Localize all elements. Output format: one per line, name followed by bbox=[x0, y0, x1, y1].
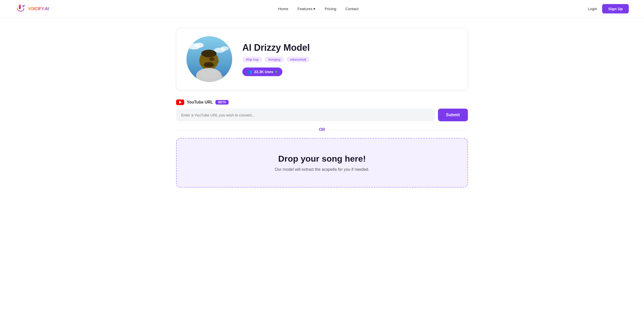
svg-point-14 bbox=[201, 50, 216, 57]
online-dot bbox=[275, 71, 277, 73]
model-info: AI Drizzy Model #hip hop #singing #dance… bbox=[242, 42, 457, 76]
or-divider: OR bbox=[176, 127, 468, 132]
model-tags: #hip hop #singing #dancehall bbox=[242, 57, 457, 62]
svg-point-3 bbox=[22, 5, 24, 7]
svg-point-8 bbox=[195, 43, 204, 48]
login-button[interactable]: Login bbox=[588, 7, 597, 11]
nav-pricing[interactable]: Pricing bbox=[325, 7, 336, 11]
divider-line-right bbox=[330, 130, 468, 130]
tag-singing: #singing bbox=[265, 57, 284, 62]
navbar: VOICIFY.AI Home Features ▾ Pricing Conta… bbox=[0, 0, 644, 18]
svg-point-15 bbox=[204, 62, 214, 67]
youtube-section: YouTube URL BETA Submit bbox=[176, 99, 468, 121]
nav-home[interactable]: Home bbox=[278, 7, 288, 11]
play-triangle bbox=[179, 101, 182, 104]
divider-line-left bbox=[176, 130, 314, 130]
chevron-down-icon: ▾ bbox=[313, 7, 315, 11]
nav-contact[interactable]: Contact bbox=[345, 7, 359, 11]
tag-dancehall: #dancehall bbox=[286, 57, 310, 62]
drop-subtitle: Our model will extract the acapella for … bbox=[187, 167, 457, 172]
logo-text: VOICIFY.AI bbox=[28, 7, 49, 11]
drop-zone[interactable]: Drop your song here! Our model will extr… bbox=[176, 138, 468, 188]
or-text: OR bbox=[319, 127, 325, 132]
nav-links: Home Features ▾ Pricing Contact bbox=[278, 7, 359, 11]
model-name: AI Drizzy Model bbox=[242, 42, 457, 53]
youtube-label-text: YouTube URL bbox=[187, 100, 213, 105]
users-icon: 👥 bbox=[247, 70, 252, 74]
uses-badge: 👥 22.3K Uses bbox=[242, 67, 282, 76]
tag-hiphop: #hip hop bbox=[242, 57, 262, 62]
svg-point-16 bbox=[215, 59, 219, 64]
youtube-icon bbox=[176, 99, 184, 105]
url-input-row: Submit bbox=[176, 109, 468, 121]
youtube-label-row: YouTube URL BETA bbox=[176, 99, 468, 105]
youtube-url-input[interactable] bbox=[176, 109, 435, 121]
submit-button[interactable]: Submit bbox=[438, 109, 468, 121]
svg-rect-0 bbox=[19, 5, 21, 9]
uses-count: 22.3K Uses bbox=[254, 70, 273, 74]
svg-point-17 bbox=[209, 57, 214, 61]
logo-icon bbox=[15, 4, 26, 14]
drop-title: Drop your song here! bbox=[187, 154, 457, 164]
nav-features[interactable]: Features ▾ bbox=[297, 7, 315, 11]
navbar-actions: Login Sign Up bbox=[588, 4, 629, 13]
avatar-image bbox=[187, 36, 232, 82]
svg-point-10 bbox=[221, 46, 229, 51]
signup-button[interactable]: Sign Up bbox=[602, 4, 629, 13]
beta-badge: BETA bbox=[215, 100, 229, 105]
svg-point-20 bbox=[200, 69, 218, 79]
main-content: AI Drizzy Model #hip hop #singing #dance… bbox=[161, 18, 483, 198]
model-card: AI Drizzy Model #hip hop #singing #dance… bbox=[176, 28, 468, 90]
model-avatar bbox=[187, 36, 232, 82]
logo[interactable]: VOICIFY.AI bbox=[15, 4, 49, 14]
